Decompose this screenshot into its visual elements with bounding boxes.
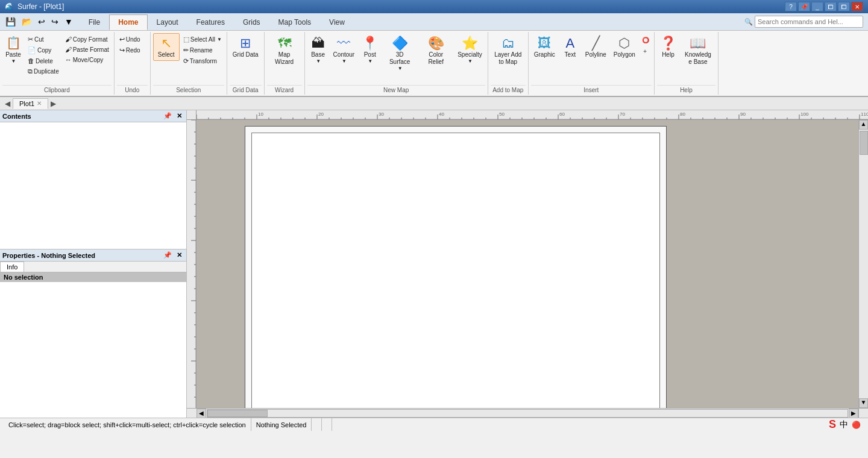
properties-content — [0, 282, 186, 418]
post-button[interactable]: 📍 Post ▼ — [359, 33, 381, 66]
no-selection-bar: No selection — [0, 272, 186, 282]
color-relief-button[interactable]: 🎨 Color Relief — [418, 33, 453, 68]
rename-button[interactable]: ✏ Rename — [181, 45, 224, 55]
scroll-up-btn[interactable]: ▲ — [859, 120, 868, 130]
delete-button[interactable]: 🗑 Delete — [25, 56, 61, 66]
select-button[interactable]: ↖ Select — [153, 33, 180, 61]
svg-text:30: 30 — [379, 111, 384, 117]
window-controls: ? 📌 _ ⧠ ⧠ ✕ — [785, 2, 863, 11]
doc-nav-left[interactable]: ◀ — [2, 98, 13, 109]
properties-pin[interactable]: 📌 — [162, 251, 174, 259]
cut-button[interactable]: ✂ Cut — [25, 34, 61, 45]
search-input[interactable] — [755, 16, 863, 28]
pin-btn[interactable]: 📌 — [798, 2, 810, 11]
redo-button[interactable]: ↪ Redo — [117, 45, 143, 55]
scroll-down-btn[interactable]: ▼ — [859, 398, 868, 408]
paste-button[interactable]: 📋 Paste ▼ — [2, 33, 24, 66]
tab-map-tools[interactable]: Map Tools — [269, 14, 320, 30]
tab-file[interactable]: File — [80, 14, 109, 30]
svg-text:10: 10 — [258, 111, 263, 117]
add-to-map-label: Add to Map — [491, 85, 526, 93]
select-all-button[interactable]: ⬚ Select All ▼ — [181, 34, 224, 45]
transform-icon: ⟳ — [183, 57, 189, 65]
qat-open[interactable]: 📂 — [20, 16, 34, 28]
surface-3d-icon: 🔷 — [392, 36, 408, 51]
polygon-button[interactable]: ⬡ Polygon — [611, 33, 638, 61]
help-label: Help — [662, 51, 675, 58]
properties-title: Properties - Nothing Selected — [2, 252, 95, 259]
plot1-close[interactable]: ✕ — [37, 100, 42, 107]
qat-undo[interactable]: ↩ — [36, 16, 47, 28]
contour-arrow: ▼ — [342, 58, 347, 64]
map-wizard-button[interactable]: 🗺 Map Wizard — [267, 33, 302, 68]
contents-pin[interactable]: 📌 — [162, 112, 174, 120]
polyline-button[interactable]: ╱ Polyline — [582, 33, 609, 61]
properties-close[interactable]: ✕ — [175, 251, 184, 259]
grid-data-icon: ⊞ — [240, 36, 251, 51]
h-scrollbar-row: ◀ ▶ — [187, 408, 868, 418]
status-bar: Click=select; drag=block select; shift+c… — [0, 418, 868, 431]
surface-3d-button[interactable]: 🔷 3D Surface ▼ — [382, 33, 417, 74]
delete-label: Delete — [36, 58, 53, 64]
properties-header: Properties - Nothing Selected 📌 ✕ — [0, 249, 186, 262]
status-right: S 中 🔴 — [829, 418, 864, 431]
layer-button[interactable]: 🗂 Layer Add to Map — [491, 33, 526, 68]
copy-format-button[interactable]: 🖌 Copy Format — [63, 34, 112, 44]
ribbon-group-grid-data: ⊞ Grid Data Grid Data — [227, 32, 265, 95]
ribbon-group-wizard: 🗺 Map Wizard Wizard — [265, 32, 305, 95]
no-selection-text: No selection — [4, 274, 43, 281]
tab-home[interactable]: Home — [109, 14, 147, 30]
specialty-button[interactable]: ⭐ Specialty ▼ — [454, 33, 485, 66]
contour-button[interactable]: 〰 Contour ▼ — [330, 33, 358, 66]
copy-button[interactable]: 📄 Copy — [25, 45, 61, 55]
undo-items: ↩ Undo ↪ Redo — [117, 33, 148, 85]
tab-layout[interactable]: Layout — [148, 14, 187, 30]
main-layout: Contents 📌 ✕ Properties - Nothing Select… — [0, 110, 868, 418]
h-scroll-thumb[interactable] — [207, 410, 268, 417]
paste-arrow: ▼ — [11, 58, 16, 64]
minimize-btn[interactable]: _ — [811, 2, 823, 11]
qat-dropdown[interactable]: ▼ — [63, 16, 75, 28]
contents-header-btns: 📌 ✕ — [162, 112, 184, 120]
title-bar: 🌊 Surfer - [Plot1] ? 📌 _ ⧠ ⧠ ✕ — [0, 0, 868, 13]
text-button[interactable]: A Text — [559, 33, 581, 61]
qat-redo[interactable]: ↪ — [49, 16, 60, 28]
restore-btn[interactable]: ⧠ — [825, 2, 837, 11]
contour-icon: 〰 — [337, 36, 350, 51]
insert-extra-2[interactable]: ＋ — [640, 46, 652, 57]
restore2-btn[interactable]: ⧠ — [838, 2, 850, 11]
tab-grids[interactable]: Grids — [234, 14, 269, 30]
canvas-scroll[interactable] — [197, 120, 858, 408]
tab-view[interactable]: View — [320, 14, 354, 30]
plot1-tab[interactable]: Plot1 ✕ — [13, 98, 48, 109]
base-button[interactable]: 🏔 Base ▼ — [307, 33, 329, 66]
paste-format-button[interactable]: 🖌 Paste Format — [63, 45, 112, 54]
grid-data-button[interactable]: ⊞ Grid Data — [230, 33, 262, 61]
contents-close[interactable]: ✕ — [175, 112, 184, 120]
qat-save[interactable]: 💾 — [4, 16, 17, 28]
tab-features[interactable]: Features — [187, 14, 234, 30]
help-btn[interactable]: ? — [785, 2, 797, 11]
h-scrollbar: ◀ ▶ — [197, 409, 858, 418]
transform-button[interactable]: ⟳ Transform — [181, 56, 224, 66]
left-panel: Contents 📌 ✕ Properties - Nothing Select… — [0, 110, 187, 418]
close-btn[interactable]: ✕ — [851, 2, 863, 11]
scroll-right-btn[interactable]: ▶ — [849, 409, 858, 418]
graphic-button[interactable]: 🖼 Graphic — [531, 33, 558, 61]
help-button[interactable]: ❓ Help — [657, 33, 679, 61]
quick-access-toolbar: 💾 📂 ↩ ↪ ▼ — [0, 13, 78, 30]
move-copy-button[interactable]: ↔ Move/Copy — [63, 55, 112, 64]
undo-button[interactable]: ↩ Undo — [117, 34, 143, 45]
doc-nav-right[interactable]: ▶ — [48, 98, 58, 109]
layer-label: Layer Add to Map — [494, 51, 523, 66]
info-tab-button[interactable]: Info — [0, 262, 24, 272]
knowledge-base-button[interactable]: 📖 Knowledge Base — [681, 33, 715, 68]
duplicate-button[interactable]: ⧉ Duplicate — [25, 66, 61, 77]
v-scroll-thumb[interactable] — [860, 131, 868, 155]
insert-extra-1[interactable]: ⭕ — [640, 36, 652, 45]
paste-label: Paste — [5, 51, 21, 58]
clipboard-col: ✂ Cut 📄 Copy 🗑 Delete ⧉ Duplicate — [25, 33, 61, 77]
scroll-left-btn[interactable]: ◀ — [197, 409, 206, 418]
select-all-icon: ⬚ — [183, 36, 189, 43]
paste-format-icon: 🖌 — [65, 46, 72, 53]
